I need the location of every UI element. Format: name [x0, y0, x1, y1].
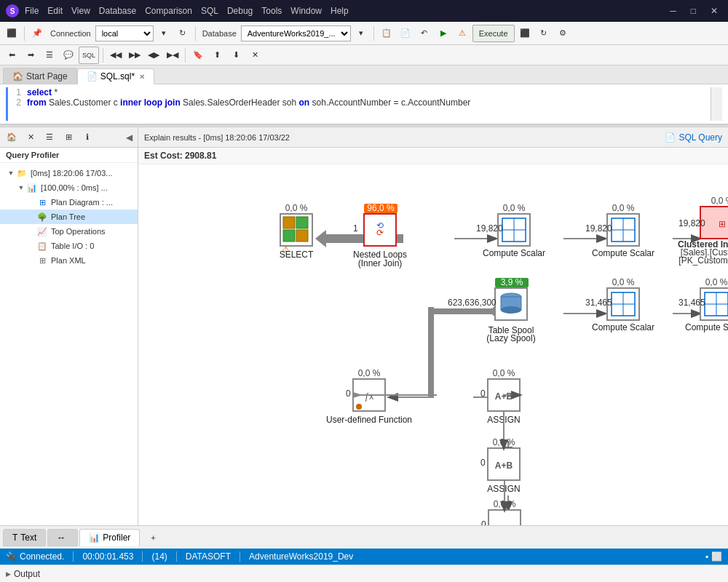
editor-scrollbar[interactable]	[711, 87, 722, 121]
swap-tab[interactable]: ↔	[47, 529, 78, 546]
db-value: AdventureWorks2019_Dev	[249, 551, 353, 562]
menu-view[interactable]: View	[71, 6, 90, 16]
line-indicator	[6, 87, 8, 121]
bookmark-clear-icon[interactable]: ✕	[246, 47, 264, 64]
db-options-icon[interactable]: ▾	[352, 25, 370, 42]
minimize-button[interactable]: ─	[665, 4, 681, 17]
time-status: 00:00:01.453	[82, 551, 133, 562]
svg-rect-20	[283, 230, 295, 242]
add-tab-button[interactable]: +	[144, 529, 162, 546]
outdent-icon[interactable]: ➡	[22, 47, 39, 64]
database-combo[interactable]: AdventureWorks2019_...	[241, 25, 351, 41]
sql-query-button[interactable]: 📄 SQL Query	[665, 132, 722, 143]
align-left-icon[interactable]: ◀◀	[107, 47, 124, 64]
svg-text:0,0 %: 0,0 %	[711, 196, 728, 206]
tree-item-top-operations[interactable]: 📈 Top Operations	[0, 224, 138, 239]
menu-edit[interactable]: Edit	[47, 6, 63, 16]
panel-home-icon[interactable]: 🏠	[3, 129, 20, 146]
menu-file[interactable]: File	[25, 6, 39, 16]
layout-icon-1[interactable]: ▪	[705, 551, 708, 562]
start-page-tab[interactable]: 🏠 Start Page	[3, 68, 77, 84]
window-controls: ─ □ ✕	[665, 4, 722, 17]
text-tab[interactable]: T Text	[3, 529, 46, 546]
layout-icon-2[interactable]: ⬜	[711, 551, 722, 562]
tree-item-plan-diagram[interactable]: ⊞ Plan Diagram : ...	[0, 195, 138, 210]
svg-point-86	[356, 404, 362, 410]
output-toggle[interactable]: ▶ Output	[6, 569, 40, 579]
panel-info-icon[interactable]: ℹ	[79, 129, 96, 146]
menu-sql[interactable]: SQL	[201, 6, 218, 16]
svg-text:31,465: 31,465	[678, 298, 705, 308]
plan-xml-label: Plan XML	[51, 256, 86, 265]
select-node-group: 0,0 % ⚠ SELECT	[280, 203, 314, 260]
sql-query-icon: 📄	[665, 132, 676, 143]
status-sep-2	[142, 551, 143, 562]
plan-diagram-label: Plan Diagram : ...	[51, 198, 113, 207]
settings-icon[interactable]: ⚙	[554, 25, 571, 42]
sql-icon[interactable]: SQL	[79, 47, 99, 64]
text-tab-icon: T	[12, 533, 17, 543]
copy-sql-icon[interactable]: 📋	[378, 25, 395, 42]
svg-rect-18	[283, 217, 295, 228]
stop-icon[interactable]: ⬛	[516, 25, 534, 42]
menu-comparison[interactable]: Comparison	[145, 6, 192, 16]
plan-canvas[interactable]: 0,0 % ⚠ SELECT 96,0 %	[138, 164, 728, 525]
menu-tools[interactable]: Tools	[261, 6, 282, 16]
company-value: DATASOFT	[186, 551, 231, 562]
tree-item-plan-tree[interactable]: 🌳 Plan Tree	[0, 210, 138, 224]
pin-icon[interactable]: 📌	[28, 25, 46, 42]
swap-tab-icon: ↔	[57, 533, 66, 543]
format-icon[interactable]: ☰	[41, 47, 58, 64]
sql-content[interactable]: select * from Sales.Customer c inner loo…	[27, 87, 711, 121]
tree-item-plan-xml[interactable]: ⊞ Plan XML	[0, 253, 138, 268]
menu-database[interactable]: Database	[99, 6, 136, 16]
bookmark-next-icon[interactable]: ⬇	[227, 47, 245, 64]
tab-close-button[interactable]: ✕	[139, 73, 145, 81]
toolbar-separator-2	[195, 26, 196, 41]
align-right-icon[interactable]: ▶▶	[126, 47, 143, 64]
svg-text:↻: ↻	[501, 524, 508, 525]
close-button[interactable]: ✕	[706, 4, 722, 17]
maximize-button[interactable]: □	[687, 4, 700, 17]
bookmark-icon[interactable]: 🔖	[189, 47, 207, 64]
svg-text:⟲: ⟲	[376, 220, 384, 231]
compute-scalar-1-node: 0,0 % Compute Scalar 19,820	[476, 203, 545, 258]
panel-collapse-button[interactable]: ◀	[123, 127, 135, 147]
sql-tab-label: SQL.sql*	[100, 71, 135, 81]
play-icon[interactable]: ▶	[435, 25, 452, 42]
comment-icon[interactable]: 💬	[60, 47, 77, 64]
tree-item-execution[interactable]: ▼ 📊 [100,00% : 0ms] ...	[0, 180, 138, 195]
bottom-tab-bar: T Text ↔ 📊 Profiler +	[0, 525, 728, 549]
refresh-connection-icon[interactable]: ↻	[174, 25, 191, 42]
panel-close-icon[interactable]: ✕	[22, 129, 39, 146]
expand-icon[interactable]: ▶◀	[164, 47, 181, 64]
svg-text:0: 0	[480, 458, 486, 468]
explain-header: Explain results - [0ms] 18:20:06 17/03/2…	[138, 127, 728, 148]
more-icon[interactable]: ◀▶	[145, 47, 162, 64]
menu-help[interactable]: Help	[331, 6, 349, 16]
menu-window[interactable]: Window	[290, 6, 322, 16]
indent-icon[interactable]: ⬅	[3, 47, 20, 64]
menu-debug[interactable]: Debug	[227, 6, 253, 16]
main-toolbar: ⬛ 📌 Connection local ▾ ↻ Database Advent…	[0, 22, 728, 45]
bookmark-prev-icon[interactable]: ⬆	[208, 47, 226, 64]
panel-expand-icon[interactable]: ☰	[41, 129, 58, 146]
panel-grid-icon[interactable]: ⊞	[60, 129, 77, 146]
tree-item-table-io[interactable]: 📋 Table I/O : 0	[0, 239, 138, 253]
refresh-icon[interactable]: ↻	[535, 25, 553, 42]
diagram-icon: ⊞	[36, 196, 48, 208]
count-value: (14)	[151, 551, 167, 562]
connection-options-icon[interactable]: ▾	[155, 25, 173, 42]
new-query-icon[interactable]: ⬛	[3, 25, 20, 42]
paste-icon[interactable]: 📄	[397, 25, 414, 42]
status-sep-1	[73, 551, 74, 562]
warning-icon[interactable]: ⚠	[454, 25, 471, 42]
sql-editor-tab[interactable]: 📄 SQL.sql* ✕	[77, 68, 154, 84]
execute-button[interactable]: Execute	[472, 25, 515, 42]
connection-combo[interactable]: local	[95, 25, 154, 41]
profiler-tab[interactable]: 📊 Profiler	[79, 529, 140, 546]
undo-icon[interactable]: ↶	[416, 25, 433, 42]
tree-item-session[interactable]: ▼ 📁 [0ms] 18:20:06 17/03...	[0, 166, 138, 180]
compute-scalar-2-node: 0,0 % Compute Scalar 19,820	[585, 203, 654, 258]
status-sep-4	[240, 551, 240, 562]
